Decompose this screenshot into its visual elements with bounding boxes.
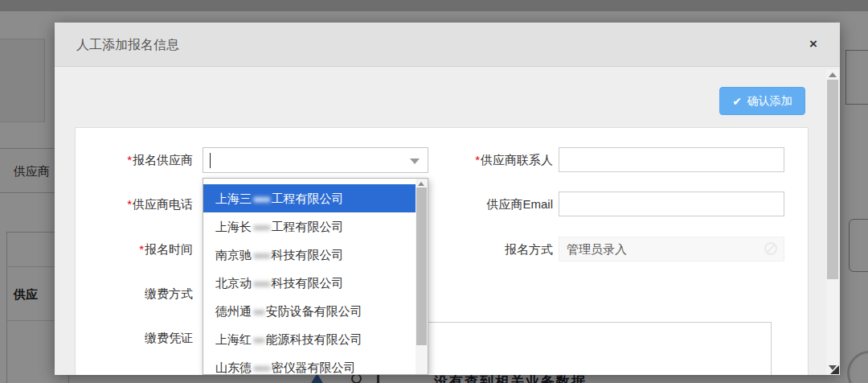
- company-name-prefix: 南京驰: [215, 248, 252, 262]
- label-pay-receipt: 缴费凭证: [56, 330, 193, 346]
- required-marker: *: [127, 197, 132, 211]
- dropdown-scrollbar[interactable]: [416, 179, 428, 374]
- modal-scroll-thumb[interactable]: [827, 80, 838, 279]
- label-email: 供应商Email: [416, 196, 553, 212]
- company-name-suffix: 科技有限公司: [272, 248, 344, 262]
- redacted-text: ■■■: [253, 221, 270, 233]
- company-name-suffix: 科技有限公司: [272, 276, 344, 290]
- dropdown-item[interactable]: 山东德■■■密仪器有限公司: [203, 353, 416, 375]
- company-name-prefix: 上海红: [215, 332, 252, 346]
- confirm-add-label: 确认添加: [747, 94, 792, 109]
- company-name-suffix: 工程有限公司: [272, 192, 344, 205]
- redacted-text: ■■: [253, 334, 264, 346]
- label-reg-time: *报名时间: [56, 241, 193, 257]
- label-contact: *供应商联系人: [416, 152, 553, 168]
- company-name-prefix: 上海长: [215, 220, 252, 233]
- modal-scrollbar[interactable]: [826, 69, 839, 375]
- required-marker: *: [127, 153, 132, 167]
- label-supplier: *报名供应商: [56, 152, 193, 168]
- redacted-text: ■■■: [253, 193, 270, 205]
- company-name-suffix: 能源科技有限公司: [266, 332, 362, 346]
- modal: 人工添加报名信息 × ✔ 确认添加 *报名供应商 *供应商电话 *报名时间 缴费…: [55, 23, 840, 375]
- redacted-text: ■■: [253, 306, 264, 318]
- label-phone: *供应商电话: [56, 196, 193, 212]
- label-reg-method-text: 报名方式: [505, 242, 553, 256]
- company-name-suffix: 工程有限公司: [272, 220, 344, 233]
- email-input[interactable]: [559, 192, 784, 216]
- dropdown-item[interactable]: 德州通■■安防设备有限公司: [203, 297, 416, 325]
- redacted-text: ■■■: [253, 278, 270, 290]
- ban-icon: [764, 242, 777, 255]
- label-pay-method-text: 缴费方式: [145, 286, 193, 300]
- close-icon[interactable]: ×: [809, 36, 817, 52]
- company-name-suffix: 安防设备有限公司: [266, 304, 362, 318]
- company-name-prefix: 上海三: [215, 192, 252, 205]
- dropdown-item[interactable]: 上海红■■能源科技有限公司: [203, 325, 416, 353]
- check-icon: ✔: [732, 95, 742, 108]
- company-name-suffix: 密仪器有限公司: [272, 360, 356, 374]
- label-pay-receipt-text: 缴费凭证: [145, 331, 193, 344]
- dropdown-item[interactable]: 北京动■■■科技有限公司: [203, 269, 416, 297]
- confirm-add-button[interactable]: ✔ 确认添加: [719, 87, 805, 115]
- company-name-prefix: 山东德: [215, 360, 252, 374]
- screen: 供应商 供应 没有查到相关业务数据 人工添加报名信息 × ✔ 确认添加 *报名供…: [0, 0, 868, 383]
- modal-title: 人工添加报名信息: [76, 23, 179, 67]
- dropdown-item[interactable]: 上海长■■■工程有限公司: [203, 212, 416, 241]
- company-name-prefix: 北京动: [215, 276, 252, 290]
- label-phone-text: 供应商电话: [133, 197, 193, 211]
- label-email-text: 供应商Email: [486, 197, 553, 211]
- modal-scroll-up-icon[interactable]: [829, 72, 837, 77]
- modal-resize-handle[interactable]: [830, 365, 839, 374]
- dropdown-item[interactable]: 上海三■■■工程有限公司: [203, 184, 416, 212]
- reg-method-field: 管理员录入: [559, 237, 784, 262]
- supplier-combobox[interactable]: [203, 147, 428, 173]
- label-reg-time-text: 报名时间: [145, 242, 193, 256]
- label-pay-method: 缴费方式: [56, 286, 193, 302]
- dropdown-scroll-thumb[interactable]: [416, 187, 427, 345]
- text-cursor: [210, 153, 211, 168]
- label-contact-text: 供应商联系人: [481, 153, 553, 167]
- dropdown-scroll-up-icon[interactable]: [418, 182, 424, 186]
- company-name-prefix: 德州通: [215, 304, 252, 318]
- contact-input[interactable]: [559, 147, 784, 172]
- supplier-dropdown: 上海三■■■工程有限公司 上海长■■■工程有限公司 南京驰■■■科技有限公司 北…: [203, 178, 428, 375]
- label-reg-method: 报名方式: [416, 241, 553, 257]
- required-marker: *: [139, 242, 144, 256]
- redacted-text: ■■■: [253, 249, 270, 262]
- modal-header[interactable]: 人工添加报名信息 ×: [55, 23, 840, 67]
- chevron-down-icon[interactable]: [410, 159, 420, 164]
- label-supplier-text: 报名供应商: [133, 153, 193, 167]
- required-marker: *: [475, 153, 480, 167]
- dropdown-item[interactable]: 南京驰■■■科技有限公司: [203, 241, 416, 269]
- reg-method-value: 管理员录入: [567, 242, 627, 256]
- redacted-text: ■■■: [253, 362, 270, 374]
